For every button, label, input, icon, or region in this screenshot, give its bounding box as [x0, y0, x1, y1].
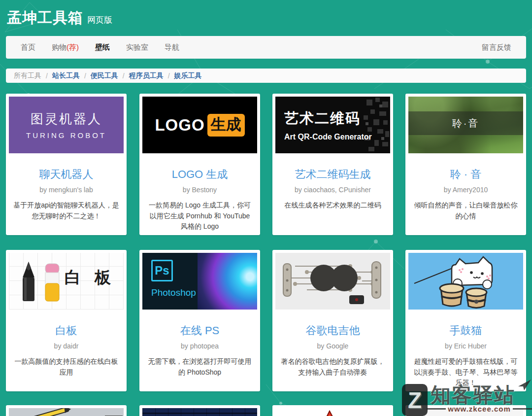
sketch-banner-image — [9, 408, 124, 416]
filter-separator: / — [84, 72, 86, 80]
tool-description: 超魔性超可爱的手鼓猫在线版，可以演奏手鼓、电子琴、马林巴琴等乐器！ — [408, 356, 523, 388]
site-header: 孟坤工具箱网页版 — [0, 0, 532, 28]
tool-title-link[interactable]: 聊天机器人 — [9, 167, 124, 182]
tool-card-listen-sound[interactable]: 聆·音 聆 · 音 by Amery2010 倾听自然的声音，让白噪音放松你的心… — [405, 94, 526, 235]
nature-title-band: 聆·音 — [408, 111, 523, 135]
tool-description: 倾听自然的声音，让白噪音放松你的心情 — [408, 200, 523, 221]
tool-card-partial-4[interactable] — [405, 405, 526, 416]
tool-author: by Amery2010 — [408, 186, 523, 194]
nav-item-feedback[interactable]: 留言反馈 — [482, 43, 511, 52]
tool-description: 一款高颜值的支持压感的在线白板应用 — [9, 356, 124, 378]
tool-description: 基于开放api的智能聊天机器人，是您无聊时的不二之选！ — [9, 200, 124, 221]
tool-title-link[interactable]: 艺术二维码生成 — [275, 167, 390, 182]
tool-card-partial-2[interactable] — [139, 405, 260, 416]
filter-link-convenience-tools[interactable]: 便民工具 — [91, 71, 118, 80]
photoshop-wordmark: Photoshop — [151, 287, 198, 298]
tool-card-chat-robot[interactable]: 图灵机器人 TURING ROBOT 聊天机器人 by mengkun's la… — [6, 94, 127, 235]
tool-title-link[interactable]: 手鼓猫 — [408, 323, 523, 338]
main-navbar: 首页 购物(荐) 壁纸 实验室 导航 留言反馈 — [6, 36, 526, 59]
nav-hot-badge: (荐) — [66, 43, 79, 51]
tool-card-whiteboard[interactable]: 白 板 白板 by daidr 一款高颜值的支持压感的在线白板应用 — [6, 250, 127, 391]
site-subtitle: 网页版 — [87, 15, 112, 25]
tool-author: by photopea — [142, 342, 257, 350]
bongo-cat-icon — [408, 253, 523, 310]
tool-card-logo-generator[interactable]: LOGO 生成 LOGO 生成 by Bestony 一款简易的 Logo 生成… — [139, 94, 260, 235]
whiteboard-banner-image: 白 板 — [9, 253, 124, 310]
pencil-eraser-icon — [9, 253, 68, 310]
tool-card-bongo-cat[interactable]: 手鼓猫 by Eric Huber 超魔性超可爱的手鼓猫在线版，可以演奏手鼓、电… — [405, 250, 526, 391]
fluid-art-image — [198, 253, 257, 310]
turing-logo-cn: 图灵机器人 — [31, 110, 102, 128]
filter-link-webmaster-tools[interactable]: 站长工具 — [52, 71, 80, 80]
filter-link-programmer-tools[interactable]: 程序员工具 — [129, 71, 164, 80]
tool-description: 无需下载，在浏览器打开即可使用的 PhotoShop — [142, 356, 257, 378]
tool-author: by mengkun's lab — [9, 186, 124, 194]
cartoon-banner-image — [275, 408, 390, 416]
google-guitar-banner-image — [275, 253, 390, 310]
filter-separator: / — [46, 72, 48, 80]
art-qrcode-banner-image: 艺术二维码 Art QR-Code Generator — [275, 97, 390, 153]
nav-item-lab[interactable]: 实验室 — [126, 43, 148, 52]
tool-author: by Bestony — [142, 186, 257, 194]
whiteboard-banner-text: 白 板 — [65, 267, 116, 289]
tool-author: by ciaochaos, CPunisher — [275, 186, 390, 194]
nav-item-shopping[interactable]: 购物(荐) — [52, 43, 79, 52]
logo-word-orange-badge: 生成 — [207, 114, 245, 137]
tool-description: 在线生成各种艺术效果的二维码 — [275, 200, 390, 211]
tool-description: 一款简易的 Logo 生成工具，你可以用它生成 Pornhub 和 YouTub… — [142, 200, 257, 232]
filter-separator: / — [123, 72, 125, 80]
ps-logo-icon: Ps — [151, 260, 173, 281]
red-cartoon-icon — [275, 408, 390, 416]
photoshop-logo-panel: Ps Photoshop — [142, 253, 198, 310]
tool-author: by Eric Huber — [408, 342, 523, 350]
site-title: 孟坤工具箱 — [7, 8, 83, 28]
filter-separator: / — [168, 72, 170, 80]
tool-title-link[interactable]: LOGO 生成 — [142, 167, 257, 182]
tool-author: by daidr — [9, 342, 124, 350]
filter-link-entertainment-tools[interactable]: 娱乐工具 — [174, 71, 202, 80]
tool-card-partial-1[interactable] — [6, 405, 127, 416]
nav-item-navigation[interactable]: 导航 — [165, 43, 179, 52]
filter-current-all-tools[interactable]: 所有工具 — [14, 71, 41, 80]
ps-logo-letters: Ps — [155, 264, 169, 277]
hidden-banner-image — [408, 408, 523, 416]
turing-robot-banner-image: 图灵机器人 TURING ROBOT — [9, 97, 124, 153]
nature-banner-text: 聆·音 — [452, 117, 480, 130]
category-filter-bar: 所有工具 / 站长工具 / 便民工具 / 程序员工具 / 娱乐工具 — [6, 69, 526, 83]
nav-item-wallpaper[interactable]: 壁纸 — [95, 43, 110, 52]
qrcode-banner-cn: 艺术二维码 — [284, 109, 390, 129]
guitar-doodle-icon — [275, 253, 390, 310]
tool-description: 著名的谷歌电吉他的复原扩展版，支持输入曲子自动弹奏 — [275, 356, 390, 378]
tool-author: by Google — [275, 342, 390, 350]
sketch-drawing-icon — [9, 408, 124, 416]
tool-title-link[interactable]: 在线 PS — [142, 323, 257, 338]
qrcode-banner-en: Art QR-Code Generator — [284, 133, 390, 141]
logo-word-white: LOGO — [155, 116, 204, 135]
tool-card-partial-3[interactable] — [272, 405, 393, 416]
logo-generator-banner-image: LOGO 生成 — [142, 97, 257, 153]
tone-matrix-banner-image — [142, 408, 257, 416]
tool-card-art-qrcode[interactable]: 艺术二维码 Art QR-Code Generator 艺术二维码生成 by c… — [272, 94, 393, 235]
nav-item-home[interactable]: 首页 — [21, 43, 35, 52]
tool-title-link[interactable]: 谷歌电吉他 — [275, 323, 390, 338]
turing-logo-en: TURING ROBOT — [26, 131, 106, 139]
tool-title-link[interactable]: 白板 — [9, 323, 124, 338]
tool-card-google-guitar[interactable]: 谷歌电吉他 by Google 著名的谷歌电吉他的复原扩展版，支持输入曲子自动弹… — [272, 250, 393, 391]
nature-banner-image: 聆·音 — [408, 97, 523, 153]
tool-title-link[interactable]: 聆 · 音 — [408, 167, 523, 182]
bongo-cat-banner-image — [408, 253, 523, 310]
tool-card-online-ps[interactable]: Ps Photoshop 在线 PS by photopea 无需下载，在浏览器… — [139, 250, 260, 391]
photoshop-banner-image: Ps Photoshop — [142, 253, 257, 310]
